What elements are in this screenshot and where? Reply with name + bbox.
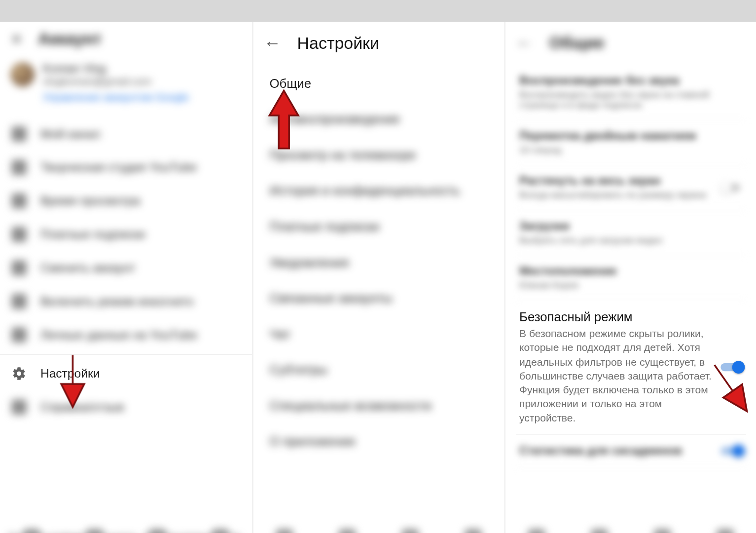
nav-icon[interactable] <box>339 529 356 533</box>
account-title: Аккаунт <box>38 30 102 48</box>
menu-icon <box>11 327 26 342</box>
manage-account-link[interactable]: Управление аккаунтом Google <box>43 91 189 104</box>
panel-settings: ← Настройки Общие АвтовоспроизведениеПро… <box>252 22 504 533</box>
setting-sub: 10 секунд <box>519 145 710 155</box>
menu-item-label: Мой канал <box>40 127 100 141</box>
nav-icon[interactable] <box>464 529 481 533</box>
setting-toggle[interactable] <box>720 181 744 194</box>
setting-sub: Всегда масштабировать по размеру экрана <box>519 190 710 200</box>
close-icon[interactable]: ✕ <box>10 30 23 48</box>
help-icon <box>11 400 26 415</box>
menu-item-label: Платные подписки <box>40 228 145 241</box>
menu-icon <box>11 193 26 208</box>
nav-icon[interactable] <box>653 529 671 533</box>
nav-icon[interactable] <box>528 529 545 533</box>
menu-icon <box>11 294 26 309</box>
nav-icon[interactable] <box>591 529 608 533</box>
settings-title: Настройки <box>297 34 379 53</box>
menu-item-settings[interactable]: Настройки <box>0 357 252 390</box>
menu-item[interactable]: Сменить аккаунт <box>0 251 252 285</box>
back-arrow-icon[interactable]: ← <box>516 34 533 53</box>
setting-title: Загрузки <box>519 220 743 233</box>
menu-icon <box>11 160 26 175</box>
back-arrow-icon[interactable]: ← <box>264 34 281 53</box>
menu-item-label: Личные данные на YouTube <box>40 328 197 342</box>
tutorial-arrow-icon <box>264 88 304 152</box>
avatar[interactable] <box>10 62 35 86</box>
setting-title: Растянуть на весь экран <box>519 174 743 188</box>
nav-icon[interactable] <box>212 529 229 533</box>
nav-icon[interactable] <box>276 529 293 533</box>
user-name: Korean Vlog <box>43 62 189 76</box>
setting-item[interactable]: Статистика для сисадминов <box>516 435 746 467</box>
settings-item[interactable]: Платные подписки <box>253 209 504 245</box>
panel-general: ← Общие Воспроизведение без звукаВоспрои… <box>504 22 756 533</box>
safe-mode-desc: В безопасном режиме скрыты ролики, котор… <box>519 327 716 425</box>
settings-item[interactable]: Уведомления <box>253 245 504 281</box>
setting-sub: Южная Корея <box>519 280 710 290</box>
setting-title: Местоположение <box>519 265 743 278</box>
menu-icon <box>11 227 26 242</box>
settings-item[interactable]: Чат <box>253 316 504 352</box>
menu-item[interactable]: Время просмотра <box>0 184 252 218</box>
setting-sub: Воспроизводить видео без звука на главно… <box>519 89 710 110</box>
panel-account: ✕ Аккаунт Korean Vlog vlogkorean@gmail.c… <box>0 22 252 533</box>
setting-toggle[interactable] <box>720 444 744 457</box>
settings-item[interactable]: Субтитры <box>253 352 504 388</box>
setting-title: Статистика для сисадминов <box>519 444 743 457</box>
nav-icon[interactable] <box>401 529 419 533</box>
menu-item[interactable]: Платные подписки <box>0 218 252 251</box>
setting-item[interactable]: Перемотка двойным нажатием10 секунд <box>516 120 746 165</box>
setting-sub: Выбрать сеть для загрузки видео <box>519 235 710 245</box>
menu-item[interactable]: Творческая студия YouTube <box>0 151 252 184</box>
menu-icon <box>11 126 26 141</box>
safe-mode-title: Безопасный режим <box>519 309 743 324</box>
nav-icon[interactable] <box>86 529 103 533</box>
tutorial-arrow-icon <box>55 352 90 410</box>
tutorial-arrow-icon <box>705 357 756 420</box>
setting-item[interactable]: Воспроизведение без звукаВоспроизводить … <box>516 65 746 120</box>
setting-item[interactable]: Растянуть на весь экранВсегда масштабиро… <box>516 165 746 210</box>
setting-title: Воспроизведение без звука <box>519 74 743 87</box>
general-title: Общие <box>549 34 605 52</box>
nav-icon[interactable] <box>717 529 734 533</box>
setting-title: Перемотка двойным нажатием <box>519 129 743 143</box>
menu-icon <box>11 261 26 275</box>
nav-icon[interactable] <box>149 529 166 533</box>
menu-item-help[interactable]: Справка/отзыв <box>0 390 252 424</box>
menu-item-label: Включить режим инкогнито <box>40 295 194 308</box>
menu-item[interactable]: Мой канал <box>0 117 252 151</box>
menu-item[interactable]: Включить режим инкогнито <box>0 285 252 318</box>
settings-item[interactable]: О приложении <box>253 424 504 460</box>
menu-item[interactable]: Личные данные на YouTube <box>0 318 252 352</box>
setting-item[interactable]: МестоположениеЮжная Корея <box>516 255 746 300</box>
menu-item-label: Время просмотра <box>40 194 140 208</box>
gear-icon <box>11 366 26 381</box>
settings-item[interactable]: Связанные аккаунты <box>253 281 504 317</box>
setting-item[interactable]: ЗагрузкиВыбрать сеть для загрузки видео <box>516 210 746 255</box>
menu-item-label: Сменить аккаунт <box>40 261 136 275</box>
user-email: vlogkorean@gmail.com <box>43 76 189 88</box>
settings-item[interactable]: История и конфиденциальность <box>253 173 504 209</box>
settings-item[interactable]: Специальные возможности <box>253 388 504 424</box>
menu-item-label: Творческая студия YouTube <box>40 160 197 174</box>
nav-icon[interactable] <box>23 529 40 533</box>
